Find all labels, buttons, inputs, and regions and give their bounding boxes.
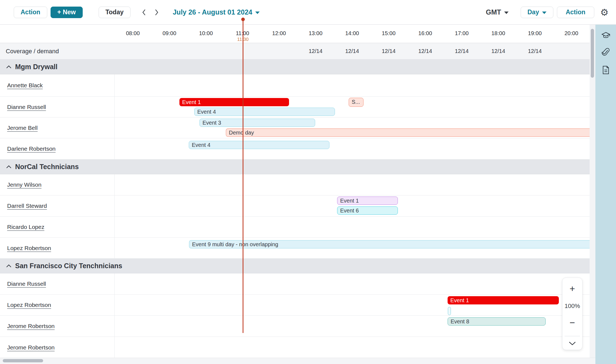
resource-name-cell: Darlene Robertson — [0, 138, 115, 159]
resource-name-cell: Annette Black — [0, 74, 115, 96]
resource-row: Lopez RobertsonEvent 9 multi day - non o… — [0, 238, 590, 259]
resource-name-link[interactable]: Ricardo Lopez — [7, 224, 44, 230]
vertical-scrollbar-thumb[interactable] — [591, 29, 594, 78]
resource-name-link[interactable]: Dianne Russell — [7, 281, 46, 287]
event-bar[interactable]: Event 1 — [179, 98, 289, 106]
scheduler-grid: 08:0009:0010:0011:0012:0013:0014:0015:00… — [0, 25, 590, 358]
resource-name-link[interactable]: Lopez Robertson — [7, 245, 51, 251]
current-time-dot — [241, 18, 245, 21]
coverage-value: 12/14 — [407, 43, 443, 59]
action-right-button[interactable]: Action — [557, 7, 594, 18]
resource-row: Jerome RobertsonEvent 8 — [0, 316, 590, 337]
hour-label: 17:00 — [443, 25, 480, 43]
scheduler-app: Action + New Today July 26 - August 01 2… — [0, 0, 616, 364]
zoom-widget: + 100% − — [562, 278, 582, 350]
caret-down-icon — [255, 12, 260, 14]
resource-name-link[interactable]: Darrell Steward — [7, 203, 47, 209]
event-bar[interactable] — [448, 307, 451, 315]
hour-label: 19:00 — [517, 25, 553, 43]
chevron-left-icon[interactable] — [138, 7, 150, 18]
resource-name-link[interactable]: Lopez Robertson — [7, 302, 51, 308]
group-header-mgm-drywall[interactable]: Mgm Drywall — [0, 60, 590, 74]
horizontal-scrollbar-track — [0, 358, 595, 364]
resource-row: Lopez RobertsonEvent 1 — [0, 295, 590, 316]
resource-name-link[interactable]: Jenny Wilson — [7, 181, 41, 188]
view-mode-label: Day — [528, 9, 539, 16]
resource-row: Darlene RobertsonEvent 4 — [0, 138, 590, 159]
resource-name-link[interactable]: Darlene Robertson — [7, 145, 56, 152]
timezone-selector[interactable]: GMT — [486, 8, 509, 16]
resource-row: Jerome BellEvent 3Demo day — [0, 117, 590, 138]
resource-name-link[interactable]: Jerome Bell — [7, 125, 38, 131]
resource-row: Darrell StewardEvent 1Event 6 — [0, 195, 590, 217]
date-range-label: July 26 - August 01 2024 — [173, 8, 252, 16]
document-icon[interactable] — [602, 65, 610, 76]
caret-down-icon — [504, 12, 509, 14]
event-bar[interactable]: Event 1 — [337, 197, 398, 205]
resource-name-cell: Jenny Wilson — [0, 174, 115, 195]
resource-name-cell: Darrell Steward — [0, 195, 115, 216]
gear-icon[interactable]: ⚙ — [600, 8, 609, 17]
zoom-in-button[interactable]: + — [562, 284, 582, 293]
timeline-header: 08:0009:0010:0011:0012:0013:0014:0015:00… — [0, 25, 590, 43]
side-rail — [595, 25, 616, 364]
hour-label: 15:00 — [370, 25, 407, 43]
group-title: NorCal Technicians — [15, 163, 79, 171]
resource-name-cell: Jerome Robertson — [0, 337, 115, 358]
date-range-picker[interactable]: July 26 - August 01 2024 — [173, 8, 260, 16]
hour-label: 16:00 — [407, 25, 443, 43]
timezone-label: GMT — [486, 8, 501, 16]
hour-label: 12:00 — [261, 25, 297, 43]
resource-row: Jenny Wilson — [0, 174, 590, 195]
toolbar: Action + New Today July 26 - August 01 2… — [0, 0, 616, 25]
horizontal-scrollbar-thumb[interactable] — [3, 359, 43, 362]
resource-name-link[interactable]: Dianne Russell — [7, 104, 46, 110]
hour-label: 08:00 — [115, 25, 151, 43]
resource-name-link[interactable]: Annette Black — [7, 82, 43, 89]
coverage-value — [188, 43, 224, 59]
hour-label: 13:00 — [297, 25, 334, 43]
resource-name-link[interactable]: Jerome Robertson — [7, 344, 55, 351]
coverage-row: Coverage / demand 12/1412/1412/1412/1412… — [0, 43, 590, 60]
coverage-value: 12/14 — [517, 43, 553, 59]
event-bar[interactable]: Event 9 multi day - non overlapping — [189, 240, 590, 248]
coverage-value: 12/14 — [297, 43, 334, 59]
event-bar[interactable]: Event 4 — [189, 141, 329, 149]
zoom-level: 100% — [565, 303, 580, 310]
event-bar[interactable]: S... — [349, 98, 364, 107]
collapse-chevron-icon[interactable] — [568, 341, 576, 347]
coverage-value — [115, 43, 151, 59]
resource-name-link[interactable]: Jerome Robertson — [7, 323, 55, 329]
event-bar[interactable]: Demo day — [226, 128, 590, 137]
coverage-value: 12/14 — [443, 43, 480, 59]
group-title: Mgm Drywall — [15, 63, 57, 71]
date-nav — [138, 7, 163, 18]
paperclip-icon[interactable] — [601, 48, 610, 58]
chevron-up-icon — [6, 65, 12, 69]
zoom-out-button[interactable]: − — [562, 318, 582, 327]
resource-name-cell: Dianne Russell — [0, 273, 115, 294]
group-header-san-francisco-city-tenchnicians[interactable]: San Francisco City Tenchnicians — [0, 259, 590, 273]
graduation-cap-icon[interactable] — [601, 31, 611, 41]
coverage-value — [151, 43, 188, 59]
chevron-right-icon[interactable] — [150, 7, 163, 18]
resource-row: Ricardo Lopez — [0, 217, 590, 238]
view-mode-button[interactable]: Day — [521, 7, 553, 18]
hour-label: 14:00 — [334, 25, 370, 43]
chevron-up-icon — [6, 165, 12, 169]
resource-name-cell: Dianne Russell — [0, 97, 115, 117]
resource-name-cell: Jerome Robertson — [0, 316, 115, 337]
event-bar[interactable]: Event 4 — [194, 108, 335, 116]
event-bar[interactable]: Event 6 — [337, 206, 398, 215]
coverage-value: 12/14 — [370, 43, 407, 59]
event-bar[interactable]: Event 1 — [448, 296, 559, 304]
hour-label: 09:00 — [151, 25, 188, 43]
new-button[interactable]: + New — [51, 7, 83, 18]
event-bar[interactable]: Event 3 — [199, 119, 315, 127]
resource-name-cell: Ricardo Lopez — [0, 217, 115, 237]
group-header-norcal-technicians[interactable]: NorCal Technicians — [0, 159, 590, 174]
event-bar[interactable]: Event 8 — [448, 317, 546, 326]
today-button[interactable]: Today — [99, 7, 131, 18]
coverage-value: 12/14 — [480, 43, 517, 59]
action-left-button[interactable]: Action — [14, 7, 47, 18]
